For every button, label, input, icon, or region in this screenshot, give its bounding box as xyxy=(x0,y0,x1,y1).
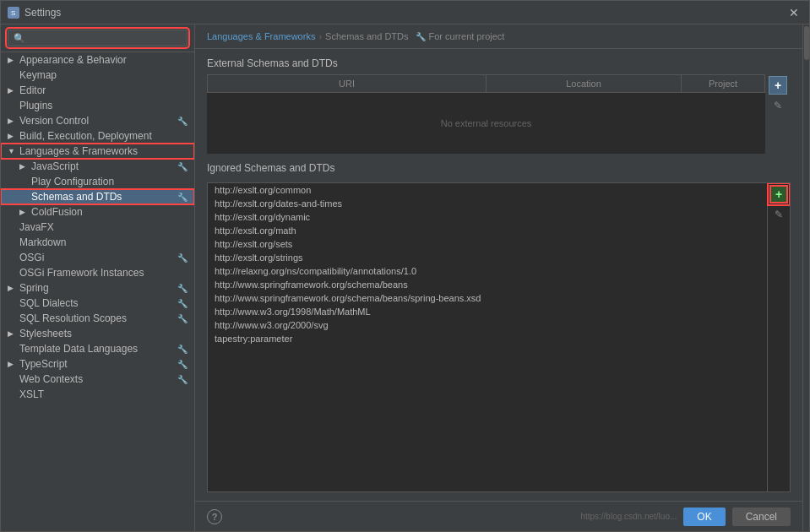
sidebar-item-sql-dialects[interactable]: SQL Dialects🔧 xyxy=(1,296,194,311)
app-icon: S xyxy=(8,7,19,19)
sidebar-item-schemas[interactable]: Schemas and DTDs🔧 xyxy=(1,189,194,204)
sidebar-item-web-contexts[interactable]: Web Contexts🔧 xyxy=(1,372,194,387)
ignored-item[interactable]: http://exslt.org/sets xyxy=(208,237,767,251)
project-column-header: Project xyxy=(682,75,765,93)
ignored-list-container: http://exslt.org/commonhttp://exslt.org/… xyxy=(207,182,791,492)
watermark-text: https://blog.csdn.net/luo... xyxy=(580,512,677,521)
tree-label-javascript: JavaScript xyxy=(31,160,172,172)
ok-button[interactable]: OK xyxy=(683,508,725,526)
tree-label-javafx: JavaFX xyxy=(19,221,188,233)
tree-badge-javascript: 🔧 xyxy=(177,162,188,171)
sidebar-item-stylesheets[interactable]: ▶Stylesheets xyxy=(1,326,194,341)
sidebar-item-osgi[interactable]: OSGi🔧 xyxy=(1,250,194,265)
search-bar xyxy=(1,24,194,52)
settings-window: S Settings ✕ ▶Appearance & BehaviorKeyma… xyxy=(0,0,810,532)
search-input[interactable] xyxy=(8,30,188,46)
sidebar-item-plugins[interactable]: Plugins xyxy=(1,98,194,113)
ignored-item[interactable]: http://exslt.org/dates-and-times xyxy=(208,197,767,210)
tree-arrow-appearance: ▶ xyxy=(8,56,16,64)
tree-badge-sql-resolution: 🔧 xyxy=(177,314,188,323)
tree-label-sql-dialects: SQL Dialects xyxy=(19,297,172,309)
sidebar: ▶Appearance & BehaviorKeymap▶EditorPlugi… xyxy=(1,24,195,531)
ignored-item[interactable]: http://exslt.org/dynamic xyxy=(208,210,767,224)
breadcrumb-languages[interactable]: Languages & Frameworks xyxy=(207,31,315,41)
external-table-container: URI Location Project No external resourc… xyxy=(207,74,791,154)
ignored-edit-button[interactable]: ✎ xyxy=(769,205,788,224)
uri-column-header: URI xyxy=(208,75,487,93)
sidebar-item-markdown[interactable]: Markdown xyxy=(1,235,194,250)
panel-content: External Schemas and DTDs URI Location P… xyxy=(195,49,802,501)
tree-label-editor: Editor xyxy=(19,84,188,96)
ignored-item[interactable]: http://exslt.org/strings xyxy=(208,251,767,264)
tree-label-appearance: Appearance & Behavior xyxy=(19,54,188,66)
ignored-item[interactable]: http://www.w3.org/1998/Math/MathML xyxy=(208,305,767,318)
tree-badge-spring: 🔧 xyxy=(177,284,188,293)
location-column-header: Location xyxy=(487,75,682,93)
external-empty-text: No external resources xyxy=(208,93,765,154)
tree-badge-typescript: 🔧 xyxy=(177,360,188,369)
sidebar-item-javafx[interactable]: JavaFX xyxy=(1,220,194,235)
sidebar-item-languages[interactable]: ▼Languages & Frameworks xyxy=(1,144,194,159)
tree-label-plugins: Plugins xyxy=(19,100,188,111)
sidebar-item-keymap[interactable]: Keymap xyxy=(1,68,194,83)
tree-label-stylesheets: Stylesheets xyxy=(19,328,188,339)
ignored-item[interactable]: http://www.springframework.org/schema/be… xyxy=(208,278,767,291)
sidebar-item-xslt[interactable]: XSLT xyxy=(1,387,194,402)
sidebar-item-coldfusion[interactable]: ▶ColdFusion xyxy=(1,204,194,220)
external-schemas-section: External Schemas and DTDs URI Location P… xyxy=(207,57,791,154)
sidebar-item-version-control[interactable]: ▶Version Control🔧 xyxy=(1,113,194,128)
sidebar-item-spring[interactable]: ▶Spring🔧 xyxy=(1,280,194,296)
breadcrumb-project-icon: 🔧 xyxy=(416,32,426,41)
sidebar-item-sql-resolution[interactable]: SQL Resolution Scopes🔧 xyxy=(1,311,194,326)
help-button[interactable]: ? xyxy=(207,509,222,524)
ignored-item[interactable]: http://www.springframework.org/schema/be… xyxy=(208,291,767,305)
sidebar-item-osgi-framework[interactable]: OSGi Framework Instances xyxy=(1,265,194,280)
sidebar-item-play[interactable]: Play Configuration xyxy=(1,174,194,189)
ignored-item[interactable]: http://relaxng.org/ns/compatibility/anno… xyxy=(208,264,767,278)
external-edit-button[interactable]: ✎ xyxy=(769,96,787,115)
tree-arrow-typescript: ▶ xyxy=(8,360,16,368)
footer-right: https://blog.csdn.net/luo... OK Cancel xyxy=(580,508,791,526)
footer: ? https://blog.csdn.net/luo... OK Cancel xyxy=(195,501,802,531)
tree-badge-template-data: 🔧 xyxy=(177,345,188,354)
sidebar-item-appearance[interactable]: ▶Appearance & Behavior xyxy=(1,52,194,68)
sidebar-item-editor[interactable]: ▶Editor xyxy=(1,83,194,98)
sidebar-tree: ▶Appearance & BehaviorKeymap▶EditorPlugi… xyxy=(1,52,194,531)
ignored-add-button[interactable]: + xyxy=(769,185,788,204)
tree-arrow-build: ▶ xyxy=(8,132,16,140)
window-title: Settings xyxy=(24,7,61,19)
svg-text:S: S xyxy=(11,9,15,17)
breadcrumb-scope: For current project xyxy=(429,31,505,41)
ignored-item[interactable]: http://www.w3.org/2000/svg xyxy=(208,318,767,332)
sidebar-item-build[interactable]: ▶Build, Execution, Deployment xyxy=(1,128,194,144)
ignored-item[interactable]: http://exslt.org/common xyxy=(208,183,767,197)
tree-arrow-version-control: ▶ xyxy=(8,117,16,125)
title-bar: S Settings ✕ xyxy=(1,1,809,24)
close-button[interactable]: ✕ xyxy=(786,4,802,21)
tree-label-build: Build, Execution, Deployment xyxy=(19,130,188,142)
tree-arrow-editor: ▶ xyxy=(8,86,16,95)
sidebar-item-typescript[interactable]: ▶TypeScript🔧 xyxy=(1,356,194,372)
tree-label-sql-resolution: SQL Resolution Scopes xyxy=(19,312,172,324)
ignored-item[interactable]: tapestry:parameter xyxy=(208,332,767,345)
tree-label-coldfusion: ColdFusion xyxy=(31,206,188,218)
cancel-button[interactable]: Cancel xyxy=(732,508,791,526)
ignored-list: http://exslt.org/commonhttp://exslt.org/… xyxy=(208,183,767,491)
tree-badge-osgi: 🔧 xyxy=(177,253,188,263)
tree-badge-schemas: 🔧 xyxy=(177,193,188,202)
external-add-button[interactable]: + xyxy=(769,76,787,95)
tree-label-version-control: Version Control xyxy=(19,115,172,127)
tree-label-osgi: OSGi xyxy=(19,252,172,263)
ignored-item[interactable]: http://exslt.org/math xyxy=(208,224,767,237)
ignored-side-actions: + ✎ xyxy=(767,183,790,491)
scroll-thumb[interactable] xyxy=(804,26,809,60)
external-section-title: External Schemas and DTDs xyxy=(207,57,791,69)
ignored-schemas-section: Ignored Schemas and DTDs http://exslt.or… xyxy=(207,162,791,492)
sidebar-item-template-data[interactable]: Template Data Languages🔧 xyxy=(1,341,194,356)
tree-arrow-stylesheets: ▶ xyxy=(8,329,16,338)
tree-label-markdown: Markdown xyxy=(19,236,188,248)
tree-arrow-spring: ▶ xyxy=(8,284,16,292)
tree-arrow-languages: ▼ xyxy=(8,147,16,155)
tree-arrow-javascript: ▶ xyxy=(19,162,28,171)
sidebar-item-javascript[interactable]: ▶JavaScript🔧 xyxy=(1,159,194,174)
